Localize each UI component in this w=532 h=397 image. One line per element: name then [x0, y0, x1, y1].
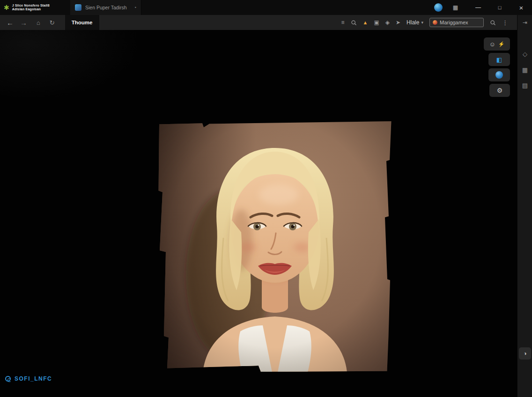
refresh-icon[interactable]: ↻	[50, 19, 55, 26]
sidebar-bottom-button[interactable]: ◑	[519, 347, 531, 360]
caption-logo-icon	[5, 376, 11, 382]
floating-toolbar: ☺ ⚡ ◧ ⚙	[484, 37, 510, 97]
app-title: J Slice Nonsfero Stall8 Adislan Eagoisan	[12, 4, 50, 11]
tab-title: Sien Puper Tadirsh	[85, 5, 131, 10]
back-icon[interactable]: ←	[7, 19, 14, 27]
zoom-dropdown-label: Hlale	[406, 19, 419, 26]
viewer-canvas: ☺ ⚡ ◧ ⚙	[0, 30, 517, 397]
pin-sidebar-icon[interactable]: ⇥	[517, 19, 532, 26]
globe-tool-button[interactable]	[488, 68, 510, 81]
image-caption: SOFI_LNFC	[5, 375, 52, 382]
right-sidebar: ⇥ ◇ ▦ ▤ ◑	[517, 15, 532, 397]
tab-favicon-icon	[75, 4, 81, 11]
minimize-button[interactable]: —	[467, 0, 489, 15]
warning-icon[interactable]: ▲	[363, 20, 368, 25]
app-identity: ✱ J Slice Nonsfero Stall8 Adislan Eagois…	[4, 4, 64, 11]
face-tool-button[interactable]: ☺ ⚡	[484, 37, 510, 51]
more-options-icon[interactable]: ⋮	[502, 19, 508, 26]
titlebar-right: ▦ — □ ×	[434, 0, 532, 15]
document-tool-button[interactable]: ◧	[488, 53, 510, 66]
sidebar-grid-icon[interactable]: ▦	[517, 66, 532, 74]
face-icon: ☺	[489, 41, 495, 47]
search-icon[interactable]	[351, 20, 357, 26]
titlebar: ✱ J Slice Nonsfero Stall8 Adislan Eagois…	[0, 0, 532, 15]
app-title-line2: Adislan Eagoisan	[12, 7, 50, 11]
profile-avatar[interactable]	[434, 3, 443, 12]
app-title-line1: J Slice Nonsfero Stall8	[12, 4, 50, 7]
close-button[interactable]: ×	[510, 0, 532, 15]
caption-text: SOFI_LNFC	[15, 375, 52, 382]
window-copy-icon[interactable]: ▣	[374, 20, 379, 25]
gear-icon: ⚙	[497, 87, 503, 94]
browser-tab[interactable]: Sien Puper Tadirsh •	[70, 0, 141, 15]
app-logo-icon: ✱	[4, 4, 9, 11]
forward-icon[interactable]: →	[20, 19, 27, 27]
globe-icon	[495, 71, 503, 79]
page-tab[interactable]: Thoume	[65, 15, 99, 30]
portrait-image	[158, 121, 392, 372]
document-icon: ◧	[496, 56, 502, 63]
zoom-dropdown[interactable]: Hlale ▾	[406, 19, 423, 26]
sidebar-panel-icon[interactable]: ▤	[517, 82, 532, 89]
magnifier-icon[interactable]	[490, 20, 496, 26]
toolbar: ← → ⌂ ↻ Thoume ≡ ▲ ▣ ◈ ➤ Hlale ▾	[0, 15, 532, 30]
sidebar-diamond-icon[interactable]: ◇	[517, 51, 532, 58]
chevron-down-icon: ▾	[421, 20, 423, 25]
cursor-icon[interactable]: ➤	[396, 20, 400, 25]
tab-dot-icon: •	[135, 5, 136, 10]
search-site-icon	[433, 20, 437, 25]
search-input[interactable]	[440, 20, 480, 25]
toolbar-right: ≡ ▲ ▣ ◈ ➤ Hlale ▾ ⋮ ∟	[341, 17, 532, 28]
spark-icon: ⚡	[498, 42, 505, 47]
maximize-button[interactable]: □	[489, 0, 510, 15]
home-icon[interactable]: ⌂	[37, 19, 40, 26]
search-box[interactable]	[429, 18, 484, 27]
key-icon[interactable]: ◈	[385, 20, 390, 25]
settings-tool-button[interactable]: ⚙	[489, 84, 510, 97]
apps-grid-icon[interactable]: ▦	[453, 4, 458, 11]
list-icon[interactable]: ≡	[341, 20, 345, 25]
